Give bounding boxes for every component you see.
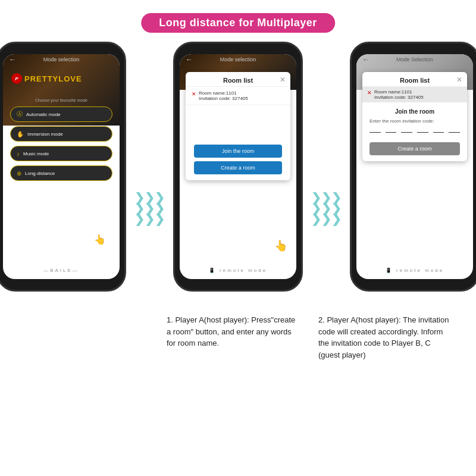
p1-immersion-label: Immersion mode <box>27 131 63 137</box>
p3-room-x-icon: ✕ <box>367 90 372 96</box>
phone-2-screen: ← Mode selection Room list ✕ ✕ Room name… <box>180 54 296 279</box>
p2-remote-label: remote mode <box>220 268 267 273</box>
p1-logo-icon: P <box>11 73 22 84</box>
p2-modal-title: Room list <box>223 77 253 84</box>
code-dash-5 <box>433 132 444 133</box>
p3-code-input[interactable] <box>369 127 460 133</box>
p3-room-item: ✕ Room name:1101 Invitation code: 327405 <box>362 87 467 102</box>
p1-logo: P PRETTYLOVE <box>11 73 82 84</box>
p2-modal-header: Room list ✕ <box>186 72 290 87</box>
p1-topbar: ← Mode selection <box>3 57 120 62</box>
p2-remote-icon: 📱 <box>209 268 217 273</box>
description-2: 2. Player A(host player): The invitation… <box>318 314 452 361</box>
p1-immersion-icon: ✋ <box>17 131 24 137</box>
p2-modal-close-button[interactable]: ✕ <box>280 76 286 84</box>
p2-create-room-button[interactable]: Create a room <box>194 161 282 174</box>
title-banner: Long distance for Multiplayer <box>141 13 335 33</box>
phones-row: ← Mode selection P PRETTYLOVE Choose you… <box>0 42 476 292</box>
code-dash-6 <box>449 132 460 133</box>
p2-room-item: ✕ Room name:1101 Invitation code: 327405 <box>186 87 290 105</box>
p3-remote-icon: 📱 <box>386 268 393 273</box>
p1-modes-list: Ⓐ Automatic mode ✋ Immersion mode ♪ Musi… <box>10 107 112 181</box>
chevron-arrow-2: ❯❯❯ ❯❯❯ ❯❯❯ <box>311 192 342 224</box>
p2-mode-selection-label: Mode selection <box>220 57 256 62</box>
chevron-arrow-1: ❯❯❯ ❯❯❯ ❯❯❯ <box>134 192 165 224</box>
p2-modal-buttons: Join the room Create a room <box>186 141 290 180</box>
p1-auto-label: Automatic mode <box>26 112 61 117</box>
desc-spacer <box>24 314 149 361</box>
p3-join-title: Join the room <box>369 108 460 115</box>
p2-room-x-icon: ✕ <box>192 91 196 97</box>
p2-baile: 📱 remote mode <box>180 268 296 273</box>
code-dash-2 <box>386 132 397 133</box>
phone-2: ← Mode selection Room list ✕ ✕ Room name… <box>173 42 303 292</box>
description-1: 1. Player A(host player): Press"create a… <box>167 314 300 361</box>
p3-modal-header: Room list ✕ <box>362 72 467 87</box>
p2-invitation-code: Invitation code: 327405 <box>199 96 248 101</box>
chev2-row3: ❯❯❯ <box>311 214 342 224</box>
p1-mode-selection-label: Mode selection <box>43 57 80 62</box>
p2-modal-spacer <box>186 105 290 141</box>
p3-create-room-button[interactable]: Create a room <box>369 142 460 155</box>
p3-mode-selection-label: Mode Selection <box>396 57 433 62</box>
p3-join-label: Enter the room invitation code: <box>369 118 460 124</box>
code-dash-3 <box>401 132 412 133</box>
p1-auto-icon: Ⓐ <box>17 110 23 118</box>
p3-room-name: Room name:1101 <box>374 89 424 95</box>
arrow-2: ❯❯❯ ❯❯❯ ❯❯❯ <box>311 125 342 292</box>
p1-mode-longdistance[interactable]: ⊕ Long-distance <box>10 165 112 181</box>
p3-baile: 📱 remote mode <box>356 268 473 273</box>
chev1-row3: ❯❯❯ <box>134 214 165 224</box>
p3-modal-close-button[interactable]: ✕ <box>456 76 462 84</box>
p3-topbar: ← Mode Selection <box>356 57 473 62</box>
p1-choose-text: Choose your favourite mode <box>3 98 120 102</box>
p2-topbar: ← Mode selection <box>180 57 296 62</box>
p1-music-label: Music mode <box>23 151 49 156</box>
p2-room-info: Room name:1101 Invitation code: 327405 <box>199 90 248 101</box>
p2-finger-tap: 👆 <box>273 237 289 254</box>
p2-room-name: Room name:1101 <box>199 90 248 96</box>
phone-1: ← Mode selection P PRETTYLOVE Choose you… <box>0 42 126 292</box>
code-dash-1 <box>369 132 381 133</box>
p1-baile: BAILE <box>3 268 120 273</box>
p1-mode-immersion[interactable]: ✋ Immersion mode <box>10 126 112 142</box>
p2-room-list-modal: Room list ✕ ✕ Room name:1101 Invitation … <box>186 72 290 180</box>
p1-longdist-label: Long-distance <box>25 171 55 176</box>
phone-1-screen: ← Mode selection P PRETTYLOVE Choose you… <box>3 54 120 279</box>
p3-remote-label: remote mode <box>396 268 444 273</box>
p1-mode-automatic[interactable]: Ⓐ Automatic mode <box>10 107 112 122</box>
p1-longdist-icon: ⊕ <box>17 170 21 177</box>
p2-back-arrow[interactable]: ← <box>186 55 193 64</box>
phone-3-screen: ← Mode Selection Room list ✕ ✕ Room name… <box>356 54 473 279</box>
phone-3: ← Mode Selection Room list ✕ ✕ Room name… <box>350 42 476 292</box>
title-text: Long distance for Multiplayer <box>159 17 317 29</box>
p3-join-section: Join the room Enter the room invitation … <box>362 102 467 142</box>
p1-logo-text: PRETTYLOVE <box>24 74 82 83</box>
p3-room-info: Room name:1101 Invitation code: 327405 <box>374 89 424 100</box>
p1-mode-music[interactable]: ♪ Music mode <box>10 146 112 161</box>
p3-room-list-modal: Room list ✕ ✕ Room name:1101 Invitation … <box>362 72 467 161</box>
p2-join-room-button[interactable]: Join the room <box>194 145 282 158</box>
p1-finger-tap: 👆 <box>91 230 109 248</box>
code-dash-4 <box>417 132 428 133</box>
p1-back-arrow[interactable]: ← <box>9 55 16 64</box>
descriptions-row: 1. Player A(host player): Press"create a… <box>0 314 476 361</box>
p1-music-icon: ♪ <box>17 151 20 157</box>
p3-invitation-code: Invitation code: 327405 <box>374 95 424 100</box>
p3-modal-buttons: Create a room <box>362 142 467 161</box>
p3-modal-title: Room list <box>400 77 430 84</box>
p3-back-arrow[interactable]: ← <box>362 55 369 64</box>
arrow-1: ❯❯❯ ❯❯❯ ❯❯❯ <box>134 125 165 292</box>
